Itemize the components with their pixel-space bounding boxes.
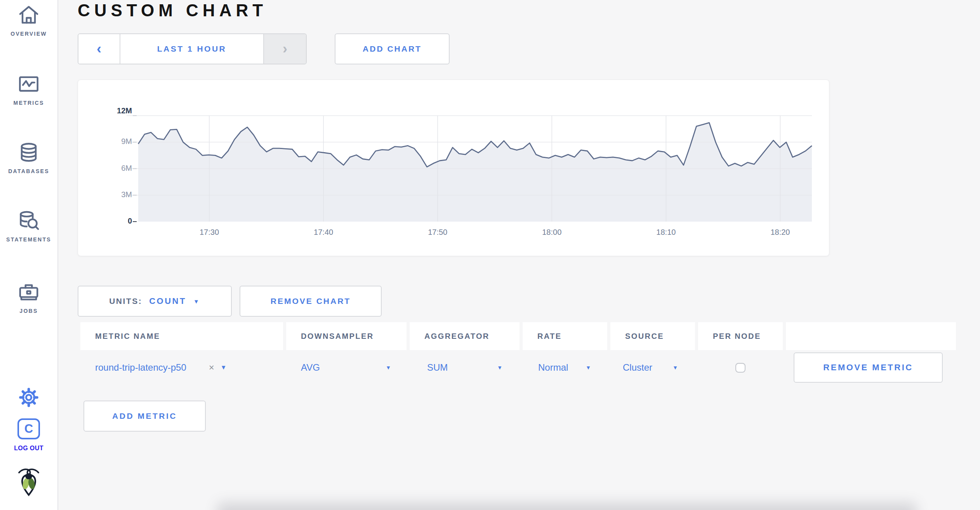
custom-line-chart: 03M6M9M12M17:3017:4017:5018:0018:1018:20 bbox=[138, 116, 812, 222]
home-icon bbox=[17, 3, 41, 27]
chevron-left-icon: ‹ bbox=[97, 41, 101, 57]
units-value: COUNT bbox=[149, 296, 186, 306]
sidebar-item-label: JOBS bbox=[19, 308, 38, 314]
logout-button[interactable]: C LOG OUT bbox=[0, 418, 57, 452]
sidebar-item-label: STATEMENTS bbox=[6, 236, 51, 243]
chevron-down-icon: ▼ bbox=[497, 365, 502, 370]
logout-label: LOG OUT bbox=[14, 445, 43, 452]
rate-dropdown[interactable]: Normal ▼ bbox=[523, 350, 607, 385]
per-node-cell bbox=[698, 350, 783, 385]
column-header-downsampler: DOWNSAMPLER bbox=[286, 322, 407, 350]
metric-name-value[interactable]: round-trip-latency-p50 bbox=[95, 362, 186, 373]
database-icon bbox=[17, 141, 41, 165]
y-axis-tick-label: 12M bbox=[103, 106, 132, 115]
column-header-metric-name: METRIC NAME bbox=[80, 322, 283, 350]
logo-letter: C bbox=[24, 422, 33, 436]
chart-card: 03M6M9M12M17:3017:4017:5018:0018:1018:20 bbox=[78, 80, 829, 256]
sidebar: OVERVIEW METRICS DATABASE bbox=[0, 0, 58, 510]
y-axis-tick-label: 6M bbox=[103, 164, 132, 173]
cockroach-logo[interactable] bbox=[0, 467, 57, 502]
cockroach-logo-icon bbox=[14, 467, 43, 502]
x-axis-tick-label: 18:20 bbox=[761, 228, 799, 237]
sidebar-item-jobs[interactable]: JOBS bbox=[0, 280, 57, 314]
per-node-checkbox[interactable] bbox=[735, 363, 745, 373]
x-axis-tick-label: 17:30 bbox=[190, 228, 229, 237]
briefcase-icon bbox=[17, 280, 41, 304]
chevron-right-icon: › bbox=[283, 41, 287, 57]
time-window-selector: ‹ LAST 1 HOUR › bbox=[78, 33, 307, 64]
sidebar-item-databases[interactable]: DATABASES bbox=[0, 141, 57, 174]
metrics-table-header: METRIC NAME DOWNSAMPLER AGGREGATOR RATE … bbox=[80, 322, 956, 350]
database-search-icon bbox=[17, 209, 41, 233]
column-header-rate: RATE bbox=[523, 322, 607, 350]
y-axis-tick-label: 0 bbox=[103, 217, 132, 226]
clear-metric-icon[interactable]: × bbox=[209, 363, 214, 372]
remove-metric-button[interactable]: REMOVE METRIC bbox=[794, 352, 943, 383]
column-header-actions bbox=[786, 322, 956, 350]
metrics-table: METRIC NAME DOWNSAMPLER AGGREGATOR RATE … bbox=[80, 322, 956, 385]
chart-controls-row: UNITS: COUNT ▼ REMOVE CHART bbox=[78, 286, 382, 317]
cockroach-c-icon: C bbox=[17, 418, 40, 439]
column-header-aggregator: AGGREGATOR bbox=[410, 322, 520, 350]
x-axis-tick-label: 17:50 bbox=[418, 228, 457, 237]
x-axis-tick-label: 17:40 bbox=[304, 228, 343, 237]
time-window-prev-button[interactable]: ‹ bbox=[78, 34, 120, 64]
metrics-chart-icon bbox=[17, 72, 41, 96]
chevron-down-icon[interactable]: ▼ bbox=[221, 364, 227, 371]
source-value: Cluster bbox=[623, 362, 652, 373]
metric-actions-cell: REMOVE METRIC bbox=[786, 350, 956, 385]
column-header-source: SOURCE bbox=[610, 322, 695, 350]
metric-row: round-trip-latency-p50 × ▼ AVG ▼ SUM ▼ N… bbox=[80, 350, 956, 385]
x-axis-tick-label: 18:10 bbox=[646, 228, 685, 237]
sidebar-item-overview[interactable]: OVERVIEW bbox=[0, 3, 57, 37]
units-dropdown[interactable]: UNITS: COUNT ▼ bbox=[78, 286, 232, 317]
downsampler-dropdown[interactable]: AVG ▼ bbox=[286, 350, 407, 385]
time-window-next-button[interactable]: › bbox=[263, 34, 306, 64]
time-window-value[interactable]: LAST 1 HOUR bbox=[120, 34, 263, 64]
sidebar-item-label: DATABASES bbox=[8, 168, 49, 174]
chevron-down-icon: ▼ bbox=[386, 365, 391, 370]
gear-icon bbox=[18, 387, 40, 410]
chevron-down-icon: ▼ bbox=[193, 298, 200, 304]
column-header-per-node: PER NODE bbox=[698, 322, 783, 350]
page-title: CUSTOM CHART bbox=[78, 1, 267, 20]
settings-button[interactable] bbox=[0, 387, 57, 410]
rate-value: Normal bbox=[538, 362, 568, 373]
chevron-down-icon: ▼ bbox=[586, 365, 591, 370]
units-label: UNITS: bbox=[109, 297, 142, 306]
add-metric-button[interactable]: ADD METRIC bbox=[83, 401, 206, 432]
aggregator-value: SUM bbox=[427, 362, 448, 373]
sidebar-item-label: OVERVIEW bbox=[10, 31, 47, 37]
x-axis-tick-label: 18:00 bbox=[532, 228, 571, 237]
source-dropdown[interactable]: Cluster ▼ bbox=[610, 350, 695, 385]
downsampler-value: AVG bbox=[301, 362, 320, 373]
y-axis-tick-label: 3M bbox=[103, 190, 132, 199]
metric-name-select-controls: × ▼ bbox=[209, 363, 227, 372]
custom-chart-page: OVERVIEW METRICS DATABASE bbox=[0, 0, 980, 510]
y-axis-tick-label: 9M bbox=[103, 137, 132, 146]
add-chart-button[interactable]: ADD CHART bbox=[335, 33, 450, 64]
aggregator-dropdown[interactable]: SUM ▼ bbox=[410, 350, 520, 385]
metric-name-cell: round-trip-latency-p50 × ▼ bbox=[80, 350, 283, 385]
sidebar-item-statements[interactable]: STATEMENTS bbox=[0, 209, 57, 243]
chevron-down-icon: ▼ bbox=[672, 365, 678, 370]
remove-chart-button[interactable]: REMOVE CHART bbox=[240, 286, 382, 317]
sidebar-item-metrics[interactable]: METRICS bbox=[0, 72, 57, 106]
sidebar-item-label: METRICS bbox=[13, 100, 44, 106]
